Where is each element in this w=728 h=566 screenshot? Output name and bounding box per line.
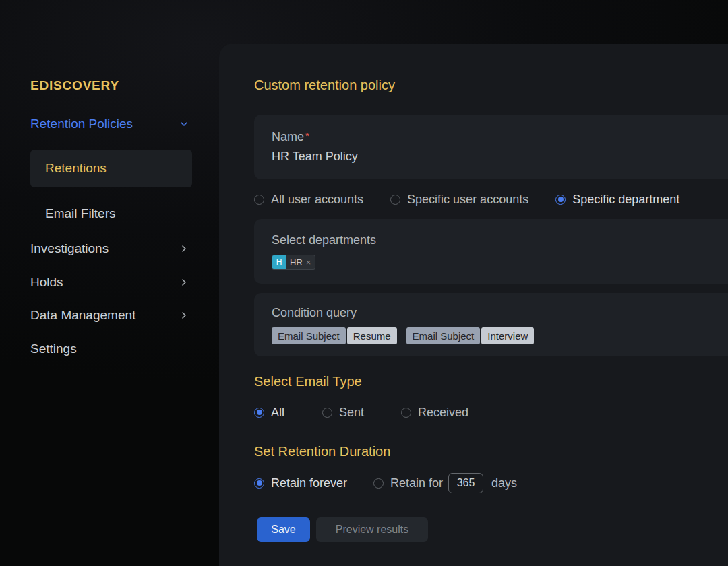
days-suffix-label: days <box>491 476 517 491</box>
main-panel: Custom retention policy Name* HR Team Po… <box>219 44 728 566</box>
radio-label: Sent <box>339 406 364 420</box>
sidebar-item-label: Retention Policies <box>30 117 133 131</box>
radio-unselected-icon <box>401 408 411 418</box>
condition-field-token[interactable]: Email Subject <box>272 327 346 344</box>
scope-options: All user accounts Specific user accounts… <box>254 189 679 210</box>
radio-selected-icon <box>254 408 264 418</box>
retention-duration-options: Retain forever Retain for days <box>254 472 591 494</box>
radio-email-sent[interactable]: Sent <box>322 402 364 422</box>
department-chip-row: H HR × <box>272 255 710 270</box>
sidebar-item-data-management[interactable]: Data Management <box>30 307 189 324</box>
sidebar: EDISCOVERY Retention Policies Retentions… <box>0 0 219 566</box>
sidebar-item-investigations[interactable]: Investigations <box>30 240 189 257</box>
radio-unselected-icon <box>322 408 332 418</box>
radio-label: Specific user accounts <box>407 193 528 207</box>
departments-card[interactable]: Select departments H HR × <box>254 219 728 284</box>
radio-all-user-accounts[interactable]: All user accounts <box>254 193 363 207</box>
sidebar-item-label: Email Filters <box>45 206 116 220</box>
sidebar-item-label: Investigations <box>30 241 109 256</box>
condition-query-label: Condition query <box>272 306 710 320</box>
chip-remove-icon[interactable]: × <box>306 257 315 268</box>
retention-days-input[interactable] <box>448 473 483 493</box>
sidebar-item-email-filters[interactable]: Email Filters <box>45 206 116 221</box>
chevron-right-icon <box>179 278 189 287</box>
chevron-right-icon <box>179 244 189 253</box>
department-chip-label: HR <box>286 257 306 268</box>
radio-unselected-icon <box>254 195 264 205</box>
sidebar-item-settings[interactable]: Settings <box>30 340 131 358</box>
radio-label: Specific department <box>572 193 679 207</box>
radio-retain-forever[interactable]: Retain forever <box>254 472 347 494</box>
sidebar-item-retention-policies[interactable]: Retention Policies <box>30 115 189 133</box>
sidebar-item-label: Holds <box>30 275 63 290</box>
email-type-options: All Sent Received <box>254 402 537 422</box>
radio-label: Retain forever <box>271 476 347 491</box>
radio-unselected-icon <box>373 478 384 489</box>
condition-value-token[interactable]: Resume <box>347 327 397 344</box>
name-field-value[interactable]: HR Team Policy <box>272 150 710 164</box>
radio-label: All user accounts <box>271 193 363 207</box>
page-title: Custom retention policy <box>254 77 395 93</box>
radio-specific-user-accounts[interactable]: Specific user accounts <box>390 193 528 207</box>
condition-pair: Email Subject Interview <box>406 327 535 344</box>
radio-label: All <box>271 406 284 420</box>
sidebar-item-retentions[interactable]: Retentions <box>30 150 192 187</box>
app-root: EDISCOVERY Retention Policies Retentions… <box>0 0 728 566</box>
departments-label: Select departments <box>272 233 710 247</box>
radio-retain-for[interactable]: Retain for <box>373 472 443 494</box>
condition-query-card[interactable]: Condition query Email Subject Resume Ema… <box>254 293 728 356</box>
radio-selected-icon <box>555 195 566 205</box>
radio-label: Received <box>418 406 468 420</box>
sidebar-item-label: Retentions <box>45 161 107 176</box>
condition-field-token[interactable]: Email Subject <box>406 327 481 344</box>
name-field-label: Name* <box>272 130 710 144</box>
chevron-down-icon <box>179 119 189 129</box>
required-asterisk: * <box>305 130 309 142</box>
sidebar-item-label: Settings <box>30 342 77 356</box>
radio-email-all[interactable]: All <box>254 402 284 422</box>
app-brand: EDISCOVERY <box>30 78 119 93</box>
save-button[interactable]: Save <box>257 517 310 542</box>
email-type-heading: Select Email Type <box>254 374 362 389</box>
action-bar: Save Preview results <box>257 517 428 542</box>
preview-results-button[interactable]: Preview results <box>316 517 428 542</box>
sidebar-item-label: Data Management <box>30 308 135 323</box>
condition-token-row: Email Subject Resume Email Subject Inter… <box>272 327 710 344</box>
department-chip-hr[interactable]: H HR × <box>272 255 315 270</box>
radio-label: Retain for <box>390 476 443 491</box>
chevron-right-icon <box>179 311 189 320</box>
field-label-text: Name <box>272 130 304 144</box>
name-field-card[interactable]: Name* HR Team Policy <box>254 115 728 179</box>
department-avatar: H <box>272 255 286 270</box>
condition-pair: Email Subject Resume <box>272 327 397 344</box>
retention-duration-heading: Set Retention Duration <box>254 444 390 460</box>
sidebar-item-holds[interactable]: Holds <box>30 274 189 291</box>
radio-specific-department[interactable]: Specific department <box>555 193 679 207</box>
radio-selected-icon <box>254 478 264 489</box>
condition-value-token[interactable]: Interview <box>481 327 534 344</box>
radio-email-received[interactable]: Received <box>401 402 468 422</box>
radio-unselected-icon <box>390 195 400 205</box>
